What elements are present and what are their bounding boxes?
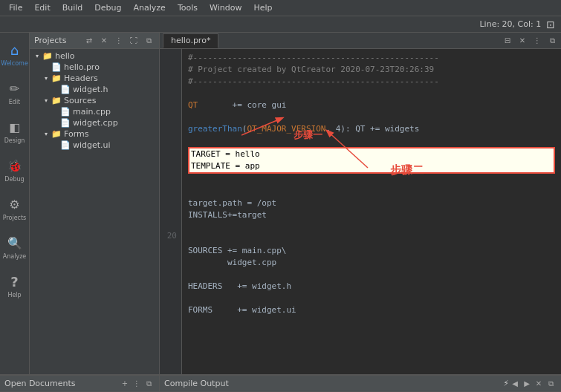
line-col-indicator: Line: 20, Col: 1 xyxy=(479,19,541,29)
tree-item-sources[interactable]: ▾ 📁 Sources xyxy=(30,95,159,106)
sidebar-btn-help[interactable]: ? Help xyxy=(1,267,28,304)
compile-icon-2[interactable]: ◀ xyxy=(509,378,521,390)
open-docs-title: Open Documents xyxy=(4,379,76,388)
code-line-3: #---------------------------------------… xyxy=(188,76,555,88)
tree-arrow-forms: ▾ xyxy=(42,131,51,137)
compile-panel-title: Compile Output xyxy=(164,379,229,388)
panel-expand-icon[interactable]: ⛶ xyxy=(128,35,140,47)
code-content[interactable]: #---------------------------------------… xyxy=(182,49,561,374)
sidebar-btn-design[interactable]: ◧ Design xyxy=(1,113,28,150)
open-docs-panel: Open Documents + ⋮ ⧉ hello ⚙ 📄 xyxy=(0,376,160,392)
code-line-1: #---------------------------------------… xyxy=(188,52,555,64)
compile-close-icon[interactable]: ✕ xyxy=(533,378,545,390)
sidebar-btn-welcome[interactable]: ⌂ Welcome xyxy=(1,36,28,73)
tree-item-hello-pro[interactable]: 📄 hello.pro xyxy=(30,62,159,73)
compile-icon-1[interactable]: ⚡ xyxy=(503,379,509,388)
tree-item-widget-cpp[interactable]: 📄 widget.cpp xyxy=(30,117,159,128)
panel-close-icon[interactable]: ✕ xyxy=(98,35,110,47)
tree-label-sources: Sources xyxy=(64,96,97,105)
code-line-19 xyxy=(188,269,555,281)
compile-icon-3[interactable]: ▶ xyxy=(521,378,533,390)
editor-tab-actions: ⊟ ✕ ⋮ ⧉ xyxy=(502,35,558,47)
sidebar-btn-analyze[interactable]: 🔍 Analyze xyxy=(1,229,28,266)
help-icon: ? xyxy=(7,274,23,290)
tree-item-widget-h[interactable]: 📄 widget.h xyxy=(30,84,159,95)
code-line-22: FORMS += widget.ui xyxy=(188,304,555,316)
folder-icon-hello: 📁 xyxy=(42,51,53,61)
welcome-icon: ⌂ xyxy=(7,42,23,59)
open-docs-add-icon[interactable]: + xyxy=(119,378,131,390)
menu-build[interactable]: Build xyxy=(56,1,89,14)
panel-options-icon[interactable]: ⋮ xyxy=(113,35,125,47)
menu-debug[interactable]: Debug xyxy=(88,1,127,14)
project-panel: Projects ⇄ ✕ ⋮ ⛶ ⧉ ▾ 📁 hello 📄 hello.pro xyxy=(30,33,160,374)
sidebar-label-debug: Debug xyxy=(4,176,24,183)
editor-area: hello.pro* ⊟ ✕ ⋮ ⧉ xyxy=(160,33,561,374)
tree-label-widget-h: widget.h xyxy=(73,85,108,94)
editor-close-icon[interactable]: ✕ xyxy=(516,35,528,47)
code-line-4 xyxy=(188,88,555,99)
sidebar-btn-edit[interactable]: ✏ Edit xyxy=(1,74,28,111)
tree-label-hello-pro: hello.pro xyxy=(64,62,100,72)
tree-item-widget-ui[interactable]: 📄 widget.ui xyxy=(30,140,159,151)
menu-window[interactable]: Window xyxy=(204,1,247,14)
analyze-icon: 🔍 xyxy=(7,235,23,252)
compile-float-icon[interactable]: ⧉ xyxy=(545,378,557,390)
menu-file[interactable]: File xyxy=(3,1,28,14)
svg-line-1 xyxy=(327,131,368,168)
code-line-21 xyxy=(188,293,555,304)
editor-options-icon[interactable]: ⋮ xyxy=(531,35,543,47)
tree-label-hello: hello xyxy=(55,51,75,61)
tree-item-headers[interactable]: ▾ 📁 Headers xyxy=(30,73,159,84)
bottom-content: Open Documents + ⋮ ⧉ hello ⚙ 📄 xyxy=(0,376,561,392)
code-area: 20 #------------------------------------… xyxy=(160,49,561,374)
tree-label-widget-ui: widget.ui xyxy=(73,140,111,150)
code-line-2: # Project created by QtCreator 2020-07-2… xyxy=(188,64,555,76)
open-docs-float-icon[interactable]: ⧉ xyxy=(143,378,155,390)
tab-label-hello-pro: hello.pro* xyxy=(171,36,210,45)
code-line-11 xyxy=(188,174,555,186)
tree-item-forms[interactable]: ▾ 📁 Forms xyxy=(30,128,159,140)
panel-sync-icon[interactable]: ⇄ xyxy=(83,35,95,47)
tree-label-main-cpp: main.cpp xyxy=(73,107,111,117)
code-line-5: QT += core gui xyxy=(188,99,555,111)
code-line-15 xyxy=(188,221,555,233)
debug-icon: 🐞 xyxy=(7,158,23,174)
project-panel-title: Projects xyxy=(34,36,80,45)
project-panel-header: Projects ⇄ ✕ ⋮ ⛶ ⧉ xyxy=(30,33,159,49)
bottom-panel: Open Documents + ⋮ ⧉ hello ⚙ 📄 xyxy=(0,374,561,392)
menu-tools[interactable]: Tools xyxy=(172,1,204,14)
tree-item-main-cpp[interactable]: 📄 main.cpp xyxy=(30,106,159,117)
sidebar-label-design: Design xyxy=(4,137,25,144)
sidebar-btn-debug[interactable]: 🐞 Debug xyxy=(1,151,28,189)
file-icon-main-cpp: 📄 xyxy=(59,107,71,117)
edit-icon: ✏ xyxy=(7,81,23,97)
menu-edit[interactable]: Edit xyxy=(28,1,56,14)
menu-help[interactable]: Help xyxy=(247,1,278,14)
tree-root-hello[interactable]: ▾ 📁 hello xyxy=(30,50,159,62)
annotation-step1: 步骤一 xyxy=(294,129,322,141)
panel-float-icon[interactable]: ⧉ xyxy=(143,35,155,47)
folder-icon-forms: 📁 xyxy=(51,129,62,139)
line-numbers: 20 xyxy=(160,49,182,374)
code-line-17: SOURCES += main.cpp\ xyxy=(188,245,555,257)
annotation-step2: 步骤二 xyxy=(390,164,424,176)
menu-analyze[interactable]: Analyze xyxy=(128,1,172,14)
editor-float-icon[interactable]: ⧉ xyxy=(546,35,558,47)
editor-split-icon[interactable]: ⊟ xyxy=(502,35,513,47)
tree-arrow-headers: ▾ xyxy=(42,75,51,82)
sidebar-label-edit: Edit xyxy=(9,99,21,105)
tree-arrow-hello: ▾ xyxy=(33,53,42,59)
code-line-20: HEADERS += widget.h xyxy=(188,281,555,293)
sidebar-label-help: Help xyxy=(7,292,21,298)
editor-tab-hello-pro[interactable]: hello.pro* xyxy=(163,33,218,48)
folder-icon-headers: 📁 xyxy=(51,74,62,83)
compile-panel: Compile Output ⚡ ◀ ▶ ✕ ⧉ 22:14:55: Runni… xyxy=(160,376,561,392)
file-icon-hello-pro: 📄 xyxy=(51,62,62,72)
code-line-16 xyxy=(188,233,555,245)
code-line-18: widget.cpp xyxy=(188,257,555,269)
sidebar-btn-projects[interactable]: ⚙ Projects xyxy=(1,190,28,227)
tree-label-widget-cpp: widget.cpp xyxy=(73,118,118,128)
open-docs-options-icon[interactable]: ⋮ xyxy=(131,378,143,390)
projects-icon: ⚙ xyxy=(7,197,23,213)
